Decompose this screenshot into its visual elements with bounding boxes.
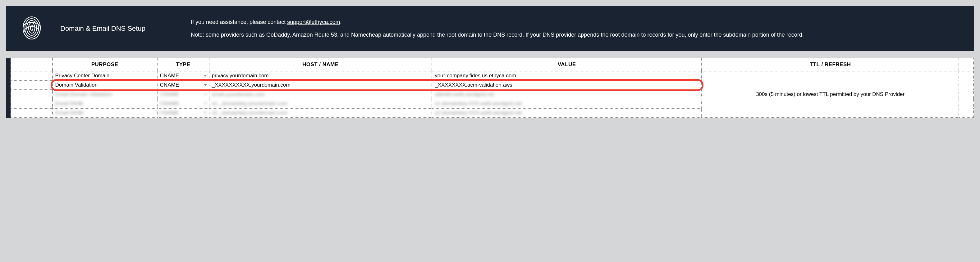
chevron-down-icon xyxy=(204,112,207,114)
cell-purpose: Domain Validation xyxy=(52,80,157,90)
cell-value: s2.domainkey.XXX.wsfd.sendgrid.net xyxy=(432,108,702,118)
assistance-text-suffix: . xyxy=(340,19,342,25)
chevron-down-icon xyxy=(204,94,207,95)
dns-records-table: PURPOSE TYPE HOST / NAME VALUE TTL / REF… xyxy=(11,58,974,118)
svg-point-3 xyxy=(29,23,35,33)
cell-type[interactable]: CNAME xyxy=(157,90,209,99)
cell-host: s2._domainkey.yourdomain.com xyxy=(209,108,432,118)
cell-purpose: Privacy Center Domain xyxy=(52,71,157,80)
dns-table-wrapper: PURPOSE TYPE HOST / NAME VALUE TTL / REF… xyxy=(6,58,974,118)
cell-spacer xyxy=(11,80,52,90)
column-header-value: VALUE xyxy=(432,58,702,71)
column-spacer xyxy=(11,58,52,71)
page-title: Domain & Email DNS Setup xyxy=(60,24,172,33)
cell-spacer-end xyxy=(959,71,974,118)
fingerprint-icon xyxy=(22,16,41,41)
cell-host: email.yourdomain.com xyxy=(209,90,432,99)
svg-point-4 xyxy=(30,25,33,31)
column-spacer-end xyxy=(959,58,974,71)
table-left-accent xyxy=(6,58,11,118)
cell-ttl: 300s (5 minutes) or lowest TTL permitted… xyxy=(702,71,959,118)
header-title-column: Domain & Email DNS Setup xyxy=(60,24,172,33)
type-value: CNAME xyxy=(160,91,179,97)
chevron-down-icon xyxy=(204,75,207,77)
column-header-ttl: TTL / REFRESH xyxy=(702,58,959,71)
cell-spacer xyxy=(11,99,52,108)
cell-value: _XXXXXXXX.acm-validation.aws. xyxy=(432,80,702,90)
provider-note: Note: some providers such as GoDaddy, Am… xyxy=(191,31,958,39)
header-description: If you need assistance, please contact s… xyxy=(191,18,958,39)
cell-value: s1.domainkey.XXX.wsfd.sendgrid.net xyxy=(432,99,702,108)
type-value: CNAME xyxy=(160,100,179,106)
cell-spacer xyxy=(11,90,52,99)
type-value: CNAME xyxy=(160,73,179,79)
table-row: Privacy Center Domain CNAME privacy.your… xyxy=(11,71,974,80)
chevron-down-icon xyxy=(204,84,207,86)
cell-host: _XXXXXXXXXX.yourdomain.com xyxy=(209,80,432,90)
cell-host: privacy.yourdomain.com xyxy=(209,71,432,80)
cell-value: your-company.fides.us.ethyca.com xyxy=(432,71,702,80)
support-email-link[interactable]: support@ethyca.com xyxy=(287,19,340,25)
cell-purpose: Email DKIM xyxy=(52,108,157,118)
column-header-host: HOST / NAME xyxy=(209,58,432,71)
cell-purpose: Email Domain Validation xyxy=(52,90,157,99)
cell-type[interactable]: CNAME xyxy=(157,80,209,90)
type-value: CNAME xyxy=(160,110,179,116)
cell-type[interactable]: CNAME xyxy=(157,108,209,118)
header-bar: Domain & Email DNS Setup If you need ass… xyxy=(6,6,974,51)
cell-purpose: Email DKIM xyxy=(52,99,157,108)
cell-spacer xyxy=(11,71,52,80)
chevron-down-icon xyxy=(204,103,207,105)
cell-spacer xyxy=(11,108,52,118)
cell-type[interactable]: CNAME xyxy=(157,71,209,80)
assistance-text-prefix: If you need assistance, please contact xyxy=(191,19,287,25)
cell-value: ablmktl.wsfd.sendgrid.net xyxy=(432,90,702,99)
column-header-type: TYPE xyxy=(157,58,209,71)
type-value: CNAME xyxy=(160,82,179,88)
column-header-purpose: PURPOSE xyxy=(52,58,157,71)
cell-host: s1._domainkey.yourdomain.com xyxy=(209,99,432,108)
cell-type[interactable]: CNAME xyxy=(157,99,209,108)
svg-point-0 xyxy=(23,17,40,39)
